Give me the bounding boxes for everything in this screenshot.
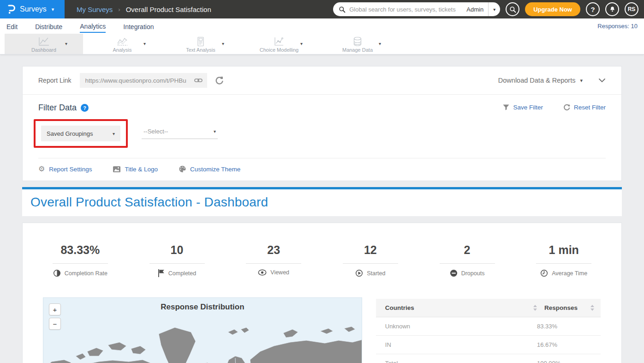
tab-label: Text Analysis xyxy=(186,47,215,53)
play-circle-icon xyxy=(355,269,363,277)
tab-label: Dashboard xyxy=(31,47,56,53)
title-logo-label: Title & Logo xyxy=(125,166,158,173)
breadcrumb-my-surveys[interactable]: My Surveys xyxy=(77,6,113,13)
tab-manage-data[interactable]: Manage Data ▾ xyxy=(318,34,397,54)
zoom-in-button[interactable]: + xyxy=(49,303,61,315)
stat-value: 1 min xyxy=(549,243,579,257)
tab-text-analysis[interactable]: Text Analysis ▾ xyxy=(161,34,240,54)
collapse-panel-button[interactable] xyxy=(598,78,606,83)
nav-item-edit[interactable]: Edit xyxy=(6,20,18,32)
divider xyxy=(536,263,591,264)
stat-value: 83.33% xyxy=(60,243,100,257)
flag-icon xyxy=(158,269,165,277)
funnel-icon xyxy=(503,104,509,110)
stats-row: 83.33% Completion Rate 10 xyxy=(23,223,621,277)
save-filter-label: Save Filter xyxy=(513,104,543,111)
caret-down-icon[interactable]: ▾ xyxy=(300,41,303,46)
tab-dashboard[interactable]: Dashboard ▾ xyxy=(5,34,83,54)
caret-down-icon[interactable]: ▾ xyxy=(222,41,224,46)
responses-cell: 16.67% xyxy=(537,341,594,348)
divider xyxy=(440,263,495,264)
filter-actions: Save Filter Reset Filter xyxy=(503,104,606,111)
image-icon xyxy=(113,166,120,172)
nav-item-integration[interactable]: Integration xyxy=(123,20,154,32)
filter-data-section: Filter Data ? Save Filter xyxy=(23,95,621,158)
report-settings-button[interactable]: ⚙ Report Settings xyxy=(38,165,92,173)
topbar-actions: Admin ▾ Upgrade Now ? RS xyxy=(333,0,644,18)
filter-help-icon[interactable]: ? xyxy=(81,104,89,112)
dashboard-heading-band: Overall Product Satisfaction - Dashboard xyxy=(22,189,622,216)
report-url-field[interactable]: https://www.questionpro.com/t/PHBu xyxy=(80,73,207,88)
avatar[interactable]: RS xyxy=(625,2,638,16)
divider xyxy=(343,263,398,264)
bell-icon xyxy=(609,6,616,13)
sort-icon[interactable] xyxy=(590,305,594,311)
download-data-reports-button[interactable]: Download Data & Reports ▾ xyxy=(498,77,583,84)
caret-down-icon[interactable]: ▾ xyxy=(379,41,381,46)
tab-label: Manage Data xyxy=(342,47,373,53)
responses-count: Responses: 10 xyxy=(597,23,638,30)
stat-label: Started xyxy=(367,270,385,277)
filter-controls: Saved Groupings ▾ --Select-- ▾ xyxy=(38,119,606,148)
text-analysis-icon xyxy=(195,36,207,47)
chevron-down-icon xyxy=(598,78,606,83)
eye-icon xyxy=(258,269,267,276)
tab-analysis[interactable]: Analysis ▾ xyxy=(83,34,161,54)
choice-modelling-icon xyxy=(273,36,285,47)
stat-average-time: 1 min Average Time xyxy=(515,243,612,277)
zoom-out-button[interactable]: − xyxy=(49,318,61,330)
global-search[interactable]: Admin ▾ xyxy=(333,2,500,16)
caret-down-icon[interactable]: ▾ xyxy=(65,41,67,46)
reset-filter-button[interactable]: Reset Filter xyxy=(563,104,606,111)
divider xyxy=(38,158,606,158)
column-header-countries[interactable]: Countries xyxy=(385,304,533,311)
nav-item-distribute[interactable]: Distribute xyxy=(35,20,62,32)
report-link-label: Report Link xyxy=(38,77,72,84)
caret-down-icon: ▾ xyxy=(214,129,216,134)
tab-label: Analysis xyxy=(113,47,132,53)
stat-value: 23 xyxy=(267,243,280,257)
search-scope-divider xyxy=(488,2,489,16)
stat-label: Average Time xyxy=(552,270,587,277)
page-root: Surveys ▾ My Surveys › Overall Product S… xyxy=(0,0,644,363)
share-report-button[interactable] xyxy=(215,76,224,85)
question-mark-icon: ? xyxy=(590,6,595,13)
upgrade-now-button[interactable]: Upgrade Now xyxy=(525,2,580,16)
grouping-value-select[interactable]: --Select-- ▾ xyxy=(142,128,218,139)
clock-icon xyxy=(540,269,548,277)
column-header-responses[interactable]: Responses xyxy=(544,304,590,311)
caret-down-icon: ▾ xyxy=(113,131,115,136)
stat-completed: 10 Completed xyxy=(129,243,226,277)
survey-section-nav: Edit Distribute Analytics Integration Re… xyxy=(0,18,644,34)
world-map-graphic[interactable] xyxy=(43,315,362,363)
table-row: IN 16.67% xyxy=(376,336,601,354)
dashboard-card: 83.33% Completion Rate 10 xyxy=(22,223,622,363)
saved-groupings-select[interactable]: Saved Groupings ▾ xyxy=(41,126,120,141)
sort-icon[interactable] xyxy=(533,305,537,311)
tab-choice-modelling[interactable]: Choice Modelling ▾ xyxy=(240,34,318,54)
help-button[interactable]: ? xyxy=(586,2,600,16)
stat-completion-rate: 83.33% Completion Rate xyxy=(32,243,129,277)
page-title: Overall Product Satisfaction - Dashboard xyxy=(30,195,614,210)
map-zoom-controls: + − xyxy=(49,303,61,330)
product-switcher[interactable]: Surveys ▾ xyxy=(0,0,65,18)
gear-icon: ⚙ xyxy=(38,165,45,173)
customize-theme-button[interactable]: Customize Theme xyxy=(179,166,240,173)
search-icon xyxy=(339,6,346,13)
stat-value: 12 xyxy=(364,243,377,257)
report-link-row: Report Link https://www.questionpro.com/… xyxy=(23,67,621,95)
countries-table: Countries Responses Unknown 83.33% xyxy=(376,299,601,363)
save-filter-button[interactable]: Save Filter xyxy=(503,104,543,111)
search-icon xyxy=(509,6,516,13)
notifications-button[interactable] xyxy=(605,2,619,16)
breadcrumb-current: Overall Product Satisfaction xyxy=(126,6,211,13)
title-logo-button[interactable]: Title & Logo xyxy=(113,166,158,173)
search-scope-caret-icon[interactable]: ▾ xyxy=(493,7,495,12)
search-button[interactable] xyxy=(506,2,519,16)
global-search-input[interactable] xyxy=(349,6,466,13)
caret-down-icon[interactable]: ▾ xyxy=(143,41,146,46)
nav-item-analytics[interactable]: Analytics xyxy=(80,20,106,33)
palette-icon xyxy=(179,166,186,172)
table-row: Total 100.00% xyxy=(376,354,601,363)
report-url[interactable]: https://www.questionpro.com/t/PHBu xyxy=(85,77,191,84)
